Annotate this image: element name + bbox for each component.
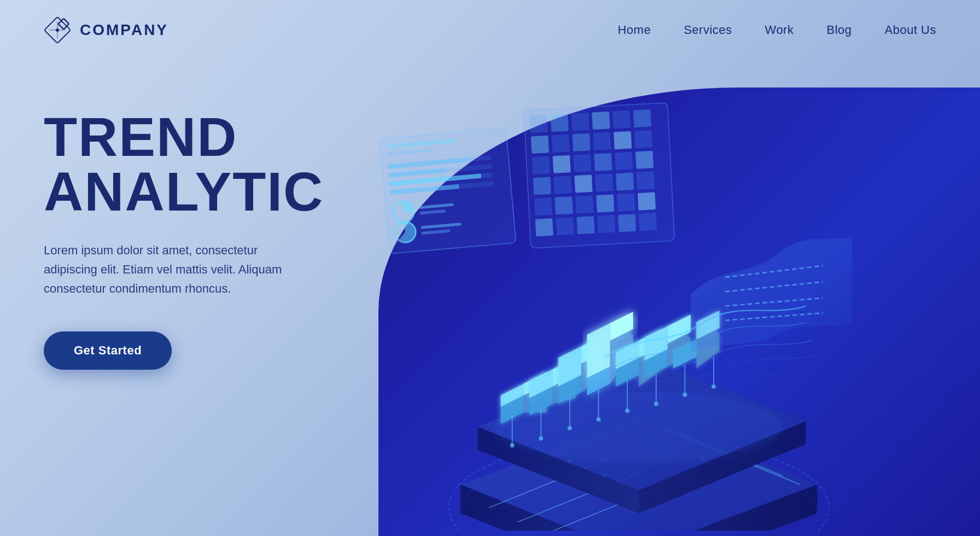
svg-rect-108 [555,196,573,214]
brand-name: COMPANY [80,21,168,39]
svg-rect-93 [614,131,632,149]
nav-services[interactable]: Services [684,23,732,37]
svg-rect-110 [596,194,614,212]
svg-rect-91 [572,133,590,152]
get-started-button[interactable]: Get Started [44,331,172,370]
svg-rect-115 [576,216,594,234]
svg-rect-83 [530,115,548,133]
hero-description: Lorem ipsum dolor sit amet, consectetur … [44,241,306,299]
svg-rect-114 [556,217,574,235]
svg-rect-118 [639,213,657,231]
hero-title: TREND ANALYTIC [44,109,345,219]
svg-rect-85 [571,113,589,131]
svg-rect-99 [615,152,633,170]
svg-point-57 [510,444,514,447]
svg-rect-101 [533,177,551,195]
svg-rect-117 [618,214,636,232]
logo-icon [44,16,71,44]
nav-blog[interactable]: Blog [826,23,851,37]
svg-rect-104 [595,173,613,191]
svg-rect-105 [616,172,634,190]
svg-rect-84 [551,114,569,132]
logo[interactable]: COMPANY [44,16,168,44]
svg-rect-111 [617,193,635,211]
hero-content: TREND ANALYTIC Lorem ipsum dolor sit ame… [44,93,345,370]
svg-rect-113 [535,218,553,236]
svg-rect-89 [531,136,549,154]
svg-rect-107 [534,197,552,215]
main-nav: Home Services Work Blog About Us [617,23,936,37]
isometric-illustration [345,93,864,531]
svg-rect-112 [638,192,656,210]
svg-rect-98 [594,153,612,171]
svg-rect-109 [575,195,593,213]
svg-rect-90 [552,135,570,153]
svg-rect-102 [553,176,571,194]
svg-rect-94 [634,130,652,148]
svg-rect-96 [553,155,571,173]
svg-point-123 [495,392,783,461]
svg-rect-88 [633,109,651,127]
svg-rect-100 [635,151,654,169]
svg-rect-103 [574,174,592,193]
svg-rect-86 [592,112,610,130]
svg-rect-87 [612,110,631,129]
svg-rect-97 [573,154,591,172]
nav-about[interactable]: About Us [885,23,937,37]
nav-home[interactable]: Home [617,23,651,37]
svg-rect-116 [597,215,615,233]
hero-section: TREND ANALYTIC Lorem ipsum dolor sit ame… [0,60,980,536]
svg-rect-92 [593,132,611,150]
hero-visual [345,93,936,536]
svg-rect-95 [532,156,550,174]
svg-rect-106 [637,171,655,189]
nav-work[interactable]: Work [765,23,794,37]
